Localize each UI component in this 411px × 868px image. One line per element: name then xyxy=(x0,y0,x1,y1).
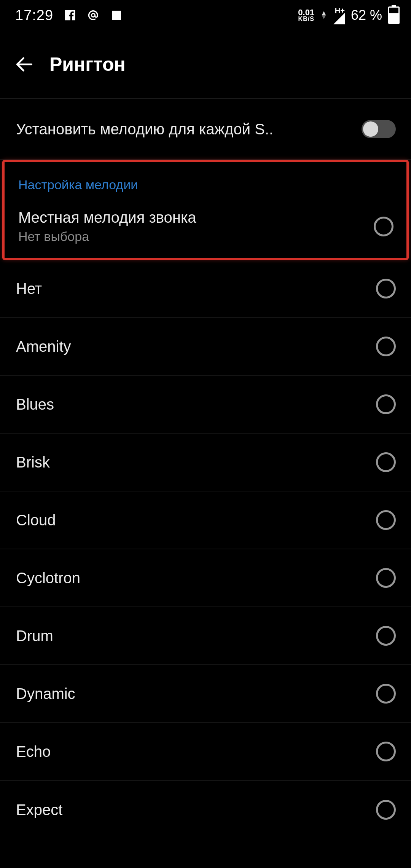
ringtone-radio[interactable] xyxy=(376,337,396,356)
ringtone-label: Cloud xyxy=(16,512,56,529)
ringtone-row[interactable]: Expect xyxy=(0,781,411,839)
ringtone-row[interactable]: Brisk xyxy=(0,434,411,491)
page-title: Рингтон xyxy=(49,53,126,75)
section-header-melody-settings: Настройка мелодии xyxy=(5,162,406,200)
data-speed-indicator: 0.01 KB/S xyxy=(298,9,314,22)
image-icon xyxy=(110,9,123,21)
ringtone-label: Amenity xyxy=(16,338,71,355)
app-bar: Рингтон xyxy=(0,30,411,99)
screen: 17:29 0.01 KB/S ▲▼ H+ 62 % xyxy=(0,0,411,868)
status-right: 0.01 KB/S ▲▼ H+ 62 % xyxy=(298,6,400,24)
ringtone-label: Нет xyxy=(16,280,42,297)
ringtone-row[interactable]: Cloud xyxy=(0,491,411,549)
ringtone-radio[interactable] xyxy=(376,626,396,646)
ringtone-label: Echo xyxy=(16,743,51,760)
highlight-box: Настройка мелодии Местная мелодия звонка… xyxy=(2,160,409,260)
ringtone-radio[interactable] xyxy=(376,394,396,414)
ringtone-label: Brisk xyxy=(16,454,50,471)
ringtone-list: Нет Amenity Blues Brisk Cloud Cyclotron … xyxy=(0,260,411,839)
local-ringtone-sub: Нет выбора xyxy=(18,229,196,244)
ringtone-row[interactable]: Amenity xyxy=(0,318,411,376)
ringtone-radio[interactable] xyxy=(376,800,396,820)
ringtone-label: Dynamic xyxy=(16,685,75,702)
ringtone-row[interactable]: Echo xyxy=(0,723,411,781)
battery-percentage: 62 % xyxy=(351,7,382,23)
status-bar: 17:29 0.01 KB/S ▲▼ H+ 62 % xyxy=(0,0,411,30)
per-sim-ringtone-toggle[interactable] xyxy=(362,120,396,138)
ringtone-row[interactable]: Нет xyxy=(0,260,411,318)
status-left: 17:29 xyxy=(15,7,123,24)
at-icon xyxy=(87,9,100,22)
local-ringtone-radio[interactable] xyxy=(374,217,393,236)
ringtone-radio[interactable] xyxy=(376,684,396,704)
ringtone-radio[interactable] xyxy=(376,510,396,530)
per-sim-ringtone-label: Установить мелодию для каждой S.. xyxy=(16,121,273,138)
signal-indicator: H+ xyxy=(333,6,345,24)
ringtone-row[interactable]: Dynamic xyxy=(0,665,411,723)
ringtone-radio[interactable] xyxy=(376,452,396,472)
ringtone-row[interactable]: Cyclotron xyxy=(0,549,411,607)
per-sim-ringtone-row[interactable]: Установить мелодию для каждой S.. xyxy=(0,99,411,160)
ringtone-label: Blues xyxy=(16,396,54,413)
facebook-icon xyxy=(64,9,76,21)
ringtone-radio[interactable] xyxy=(376,279,396,298)
updown-arrows-icon: ▲▼ xyxy=(320,11,327,19)
back-icon[interactable] xyxy=(14,54,35,75)
ringtone-label: Expect xyxy=(16,801,62,819)
toggle-knob xyxy=(363,121,378,137)
ringtone-label: Drum xyxy=(16,627,53,645)
ringtone-row[interactable]: Blues xyxy=(0,376,411,434)
local-ringtone-label: Местная мелодия звонка xyxy=(18,209,196,226)
local-ringtone-row[interactable]: Местная мелодия звонка Нет выбора xyxy=(5,200,406,258)
ringtone-row[interactable]: Drum xyxy=(0,607,411,665)
ringtone-radio[interactable] xyxy=(376,568,396,588)
battery-icon xyxy=(388,6,400,24)
ringtone-radio[interactable] xyxy=(376,742,396,761)
signal-icon xyxy=(333,13,345,24)
ringtone-label: Cyclotron xyxy=(16,570,80,587)
status-time: 17:29 xyxy=(15,7,53,24)
